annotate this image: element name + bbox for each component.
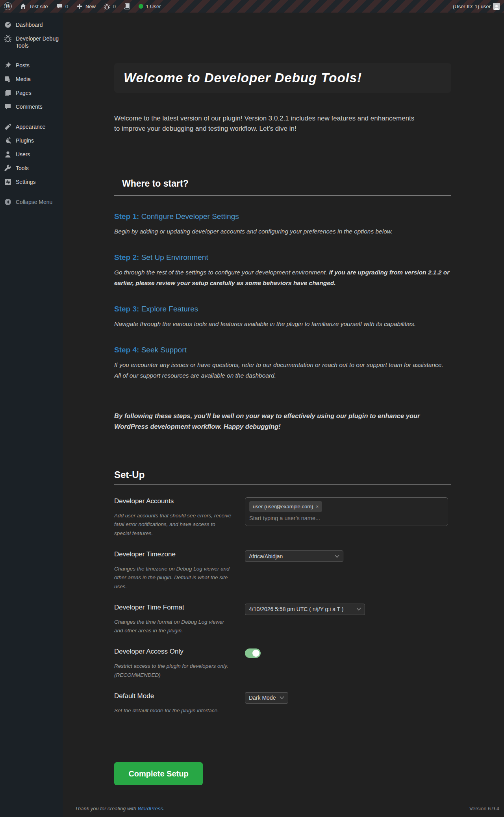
- sidebar-item-label: Comments: [16, 103, 43, 110]
- comment-icon: [4, 103, 12, 111]
- wordpress-link[interactable]: WordPress: [138, 806, 163, 811]
- main-content: Welcome to Developer Debug Tools! Welcom…: [63, 13, 504, 817]
- footer-thanks: Thank you for creating with WordPress.: [75, 806, 165, 811]
- sidebar-item-label: Posts: [16, 62, 30, 69]
- step-title: Seek Support: [141, 346, 187, 354]
- sidebar-item-pages[interactable]: Pages: [0, 86, 63, 100]
- sidebar-item-users[interactable]: Users: [0, 148, 63, 161]
- where-to-start-heading: Where to start?: [114, 178, 451, 189]
- brush-icon: [4, 123, 12, 131]
- sidebar-item-appearance[interactable]: Appearance: [0, 120, 63, 134]
- pushpin-icon: [4, 61, 12, 69]
- field-control: user (user@example.com) ×: [245, 497, 451, 526]
- developer-accounts-input-box[interactable]: user (user@example.com) ×: [245, 497, 448, 526]
- developer-timezone-label: Developer Timezone: [114, 550, 245, 558]
- debug-errors-shortcut[interactable]: 0: [100, 0, 120, 13]
- step-4-description: If you encounter any issues or have ques…: [114, 359, 451, 381]
- user-icon: [4, 150, 12, 158]
- setup-divider: [114, 484, 451, 485]
- step-2: Step 2: Set Up Environment Go through th…: [114, 253, 451, 288]
- developer-timezone-select[interactable]: Africa/Abidjan: [245, 550, 343, 562]
- comment-icon: [56, 3, 63, 10]
- sidebar-item-dashboard[interactable]: Dashboard: [0, 18, 63, 32]
- sidebar-item-settings[interactable]: Settings: [0, 175, 63, 189]
- step-3-description: Navigate through the various tools and f…: [114, 319, 451, 329]
- sidebar-item-label: Developer Debug Tools: [16, 35, 60, 49]
- intro-paragraph: Welcome to the latest version of our plu…: [114, 113, 421, 134]
- selected-mode: Dark Mode: [249, 695, 276, 701]
- field-control: Africa/Abidjan: [245, 550, 451, 562]
- step-1-description: Begin by adding or updating developer ac…: [114, 226, 451, 237]
- page-title: Welcome to Developer Debug Tools!: [124, 70, 362, 85]
- new-label: New: [85, 4, 96, 9]
- selected-timezone: Africa/Abidjan: [249, 553, 283, 559]
- step-title: Set Up Environment: [141, 253, 208, 261]
- sidebar-item-posts[interactable]: Posts: [0, 59, 63, 72]
- step-title: Configure Developer Settings: [141, 212, 239, 220]
- default-mode-row: Default Mode Set the default mode for th…: [114, 692, 451, 715]
- site-name-link[interactable]: Test site: [16, 0, 52, 13]
- bug-icon: [4, 35, 12, 43]
- online-users-indicator[interactable]: 1 User: [135, 0, 165, 13]
- field-info: Developer Time Format Changes the time f…: [114, 604, 245, 635]
- collapse-icon: [4, 198, 12, 206]
- user-search-input[interactable]: [249, 515, 436, 521]
- developer-access-only-description: Restrict access to the plugin for develo…: [114, 662, 232, 680]
- complete-setup-button[interactable]: Complete Setup: [114, 762, 203, 785]
- default-mode-select[interactable]: Dark Mode: [245, 692, 288, 704]
- chevron-down-icon: [356, 608, 361, 611]
- developer-access-only-label: Developer Access Only: [114, 648, 245, 656]
- sidebar-item-label: Settings: [16, 178, 36, 185]
- current-user-menu[interactable]: (User ID: 1) user: [449, 0, 504, 13]
- step-1-heading: Step 1: Configure Developer Settings: [114, 212, 451, 221]
- sidebar-item-label: Media: [16, 76, 31, 83]
- plus-icon: [76, 3, 83, 10]
- step-1: Step 1: Configure Developer Settings Beg…: [114, 212, 451, 237]
- user-chip[interactable]: user (user@example.com) ×: [249, 501, 322, 512]
- sidebar-item-label: Pages: [16, 89, 32, 96]
- sidebar-item-plugins[interactable]: Plugins: [0, 134, 63, 148]
- online-users-label: 1 User: [146, 4, 161, 9]
- chevron-down-icon: [335, 555, 339, 558]
- sidebar-item-label: Appearance: [16, 123, 46, 130]
- developer-accounts-label: Developer Accounts: [114, 497, 245, 505]
- field-control: 4/10/2026 5:58 pm UTC ( n/j/Y g:i a T ): [245, 604, 451, 615]
- admin-bar: W Test site 0 New 0: [0, 0, 504, 13]
- sidebar-item-developer-debug-tools[interactable]: Developer Debug Tools: [0, 32, 63, 52]
- developer-access-only-toggle[interactable]: [245, 648, 261, 658]
- step-3: Step 3: Explore Features Navigate throug…: [114, 305, 451, 329]
- step-label: Step 4:: [114, 346, 139, 354]
- avatar-icon: [493, 3, 500, 10]
- hero-banner: Welcome to Developer Debug Tools!: [114, 63, 451, 93]
- collapse-menu-button[interactable]: Collapse Menu: [0, 195, 63, 209]
- sidebar-item-label: Tools: [16, 165, 29, 172]
- step-4: Step 4: Seek Support If you encounter an…: [114, 346, 451, 381]
- developer-time-format-description: Changes the time format on Debug Log vie…: [114, 618, 232, 635]
- developer-time-format-row: Developer Time Format Changes the time f…: [114, 604, 451, 635]
- field-info: Default Mode Set the default mode for th…: [114, 692, 245, 715]
- user-dot-icon: [139, 4, 143, 9]
- log-shortcut[interactable]: [120, 0, 135, 13]
- chip-remove-icon[interactable]: ×: [316, 504, 319, 509]
- developer-timezone-row: Developer Timezone Changes the timezone …: [114, 550, 451, 591]
- wordpress-menu[interactable]: W: [0, 0, 16, 13]
- developer-access-only-row: Developer Access Only Restrict access to…: [114, 648, 451, 680]
- debug-count: 0: [113, 4, 116, 9]
- admin-sidebar: Dashboard Developer Debug Tools Posts Me…: [0, 13, 63, 817]
- step-4-heading: Step 4: Seek Support: [114, 346, 451, 354]
- step-3-heading: Step 3: Explore Features: [114, 305, 451, 313]
- sidebar-item-tools[interactable]: Tools: [0, 161, 63, 175]
- new-content-menu[interactable]: New: [72, 0, 100, 13]
- sidebar-item-comments[interactable]: Comments: [0, 100, 63, 114]
- pages-icon: [4, 89, 12, 97]
- user-chip-label: user (user@example.com): [253, 504, 313, 509]
- field-control: Dark Mode: [245, 692, 451, 704]
- step-2-description: Go through the rest of the settings to c…: [114, 267, 451, 288]
- media-icon: [4, 75, 12, 83]
- step-2-heading: Step 2: Set Up Environment: [114, 253, 451, 262]
- sidebar-item-media[interactable]: Media: [0, 72, 63, 86]
- comments-shortcut[interactable]: 0: [52, 0, 72, 13]
- developer-time-format-select[interactable]: 4/10/2026 5:58 pm UTC ( n/j/Y g:i a T ): [245, 604, 365, 615]
- step-title: Explore Features: [141, 305, 198, 313]
- wrench-icon: [4, 164, 12, 172]
